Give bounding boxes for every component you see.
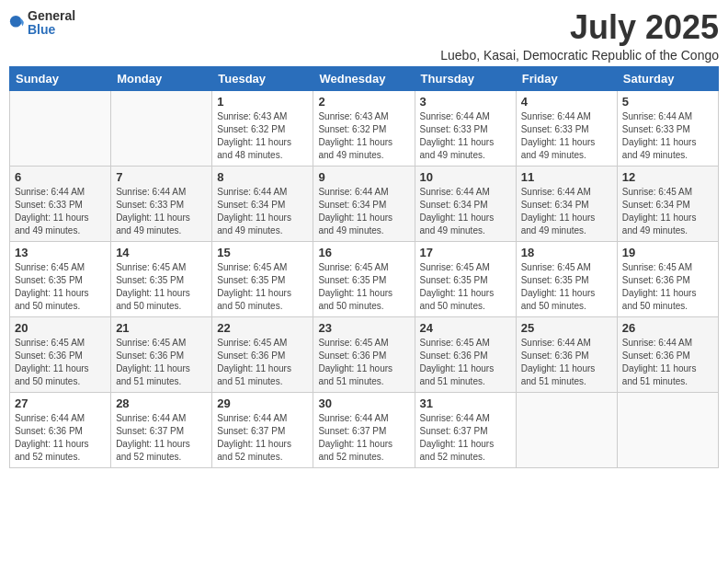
calendar-cell: 6Sunrise: 6:44 AM Sunset: 6:33 PM Daylig… — [10, 166, 111, 241]
calendar-cell: 26Sunrise: 6:44 AM Sunset: 6:36 PM Dayli… — [617, 316, 718, 392]
day-info: Sunrise: 6:45 AM Sunset: 6:35 PM Dayligh… — [15, 261, 106, 313]
day-number: 10 — [420, 170, 511, 184]
day-number: 14 — [116, 246, 207, 259]
calendar-cell: 2Sunrise: 6:43 AM Sunset: 6:32 PM Daylig… — [313, 90, 415, 166]
day-number: 15 — [217, 246, 308, 259]
calendar-cell: 5Sunrise: 6:44 AM Sunset: 6:33 PM Daylig… — [617, 90, 718, 166]
calendar-cell: 30Sunrise: 6:44 AM Sunset: 6:37 PM Dayli… — [313, 392, 415, 467]
calendar-cell: 28Sunrise: 6:44 AM Sunset: 6:37 PM Dayli… — [111, 392, 212, 467]
day-info: Sunrise: 6:44 AM Sunset: 6:37 PM Dayligh… — [420, 412, 511, 464]
day-info: Sunrise: 6:45 AM Sunset: 6:36 PM Dayligh… — [420, 337, 511, 388]
day-number: 30 — [318, 396, 409, 410]
svg-point-0 — [10, 16, 22, 28]
day-info: Sunrise: 6:44 AM Sunset: 6:34 PM Dayligh… — [521, 186, 612, 237]
calendar-cell — [617, 392, 718, 467]
calendar-cell: 21Sunrise: 6:45 AM Sunset: 6:36 PM Dayli… — [111, 316, 212, 392]
day-number: 26 — [622, 321, 713, 335]
day-number: 18 — [521, 246, 612, 259]
calendar-cell: 8Sunrise: 6:44 AM Sunset: 6:34 PM Daylig… — [212, 166, 313, 241]
day-number: 21 — [116, 321, 207, 335]
day-info: Sunrise: 6:45 AM Sunset: 6:34 PM Dayligh… — [622, 186, 713, 237]
day-number: 1 — [217, 95, 308, 109]
calendar-cell: 1Sunrise: 6:43 AM Sunset: 6:32 PM Daylig… — [212, 90, 313, 166]
logo-blue: Blue — [28, 23, 75, 37]
day-info: Sunrise: 6:44 AM Sunset: 6:34 PM Dayligh… — [318, 186, 409, 237]
calendar-cell: 4Sunrise: 6:44 AM Sunset: 6:33 PM Daylig… — [516, 90, 617, 166]
day-info: Sunrise: 6:44 AM Sunset: 6:33 PM Dayligh… — [15, 186, 106, 237]
calendar-cell: 16Sunrise: 6:45 AM Sunset: 6:35 PM Dayli… — [313, 241, 415, 316]
day-number: 24 — [420, 321, 511, 335]
day-number: 6 — [15, 170, 106, 184]
day-info: Sunrise: 6:45 AM Sunset: 6:35 PM Dayligh… — [420, 261, 511, 313]
calendar-cell: 22Sunrise: 6:45 AM Sunset: 6:36 PM Dayli… — [212, 316, 313, 392]
day-info: Sunrise: 6:45 AM Sunset: 6:36 PM Dayligh… — [217, 337, 308, 388]
day-header-monday: Monday — [111, 66, 212, 90]
calendar-cell: 17Sunrise: 6:45 AM Sunset: 6:35 PM Dayli… — [415, 241, 516, 316]
calendar-cell: 20Sunrise: 6:45 AM Sunset: 6:36 PM Dayli… — [10, 316, 111, 392]
day-number: 29 — [217, 396, 308, 410]
calendar-cell: 13Sunrise: 6:45 AM Sunset: 6:35 PM Dayli… — [10, 241, 111, 316]
title-area: July 2025 Luebo, Kasai, Democratic Repub… — [440, 9, 719, 63]
day-info: Sunrise: 6:44 AM Sunset: 6:36 PM Dayligh… — [622, 337, 713, 388]
day-number: 3 — [420, 95, 511, 109]
day-number: 7 — [116, 170, 207, 184]
day-header-sunday: Sunday — [10, 66, 111, 90]
day-number: 4 — [521, 95, 612, 109]
calendar-week-row: 20Sunrise: 6:45 AM Sunset: 6:36 PM Dayli… — [10, 316, 719, 392]
calendar-week-row: 6Sunrise: 6:44 AM Sunset: 6:33 PM Daylig… — [10, 166, 719, 241]
calendar-cell: 29Sunrise: 6:44 AM Sunset: 6:37 PM Dayli… — [212, 392, 313, 467]
calendar-cell — [516, 392, 617, 467]
day-info: Sunrise: 6:45 AM Sunset: 6:35 PM Dayligh… — [521, 261, 612, 313]
day-number: 27 — [15, 396, 106, 410]
day-info: Sunrise: 6:43 AM Sunset: 6:32 PM Dayligh… — [318, 110, 409, 162]
day-info: Sunrise: 6:44 AM Sunset: 6:36 PM Dayligh… — [15, 412, 106, 464]
day-info: Sunrise: 6:44 AM Sunset: 6:34 PM Dayligh… — [420, 186, 511, 237]
day-header-saturday: Saturday — [617, 66, 718, 90]
day-number: 2 — [318, 95, 409, 109]
calendar-cell: 24Sunrise: 6:45 AM Sunset: 6:36 PM Dayli… — [415, 316, 516, 392]
calendar-cell — [10, 90, 111, 166]
location-title: Luebo, Kasai, Democratic Republic of the… — [440, 48, 719, 63]
day-info: Sunrise: 6:45 AM Sunset: 6:36 PM Dayligh… — [622, 261, 713, 313]
calendar-cell: 10Sunrise: 6:44 AM Sunset: 6:34 PM Dayli… — [415, 166, 516, 241]
calendar-cell: 15Sunrise: 6:45 AM Sunset: 6:35 PM Dayli… — [212, 241, 313, 316]
calendar-cell: 14Sunrise: 6:45 AM Sunset: 6:35 PM Dayli… — [111, 241, 212, 316]
day-number: 25 — [521, 321, 612, 335]
day-number: 17 — [420, 246, 511, 259]
logo: General Blue — [9, 9, 75, 38]
calendar-cell: 27Sunrise: 6:44 AM Sunset: 6:36 PM Dayli… — [10, 392, 111, 467]
day-info: Sunrise: 6:43 AM Sunset: 6:32 PM Dayligh… — [217, 110, 308, 162]
calendar-week-row: 13Sunrise: 6:45 AM Sunset: 6:35 PM Dayli… — [10, 241, 719, 316]
day-info: Sunrise: 6:44 AM Sunset: 6:36 PM Dayligh… — [521, 337, 612, 388]
day-number: 8 — [217, 170, 308, 184]
day-header-tuesday: Tuesday — [212, 66, 313, 90]
day-number: 11 — [521, 170, 612, 184]
calendar-cell: 31Sunrise: 6:44 AM Sunset: 6:37 PM Dayli… — [415, 392, 516, 467]
day-info: Sunrise: 6:45 AM Sunset: 6:36 PM Dayligh… — [318, 337, 409, 388]
calendar-week-row: 1Sunrise: 6:43 AM Sunset: 6:32 PM Daylig… — [10, 90, 719, 166]
calendar-cell: 11Sunrise: 6:44 AM Sunset: 6:34 PM Dayli… — [516, 166, 617, 241]
calendar-cell: 19Sunrise: 6:45 AM Sunset: 6:36 PM Dayli… — [617, 241, 718, 316]
day-number: 13 — [15, 246, 106, 259]
day-number: 5 — [622, 95, 713, 109]
day-info: Sunrise: 6:45 AM Sunset: 6:35 PM Dayligh… — [116, 261, 207, 313]
day-number: 28 — [116, 396, 207, 410]
day-info: Sunrise: 6:45 AM Sunset: 6:35 PM Dayligh… — [318, 261, 409, 313]
day-info: Sunrise: 6:44 AM Sunset: 6:33 PM Dayligh… — [622, 110, 713, 162]
day-info: Sunrise: 6:44 AM Sunset: 6:37 PM Dayligh… — [116, 412, 207, 464]
day-info: Sunrise: 6:45 AM Sunset: 6:36 PM Dayligh… — [116, 337, 207, 388]
day-info: Sunrise: 6:45 AM Sunset: 6:36 PM Dayligh… — [15, 337, 106, 388]
day-number: 31 — [420, 396, 511, 410]
day-number: 20 — [15, 321, 106, 335]
calendar-cell — [111, 90, 212, 166]
calendar-cell: 25Sunrise: 6:44 AM Sunset: 6:36 PM Dayli… — [516, 316, 617, 392]
header: General Blue July 2025 Luebo, Kasai, Dem… — [9, 9, 719, 63]
day-info: Sunrise: 6:44 AM Sunset: 6:37 PM Dayligh… — [217, 412, 308, 464]
day-header-friday: Friday — [516, 66, 617, 90]
calendar-week-row: 27Sunrise: 6:44 AM Sunset: 6:36 PM Dayli… — [10, 392, 719, 467]
calendar-cell: 18Sunrise: 6:45 AM Sunset: 6:35 PM Dayli… — [516, 241, 617, 316]
calendar-cell: 12Sunrise: 6:45 AM Sunset: 6:34 PM Dayli… — [617, 166, 718, 241]
day-info: Sunrise: 6:44 AM Sunset: 6:34 PM Dayligh… — [217, 186, 308, 237]
day-number: 12 — [622, 170, 713, 184]
calendar-table: SundayMondayTuesdayWednesdayThursdayFrid… — [9, 66, 719, 468]
